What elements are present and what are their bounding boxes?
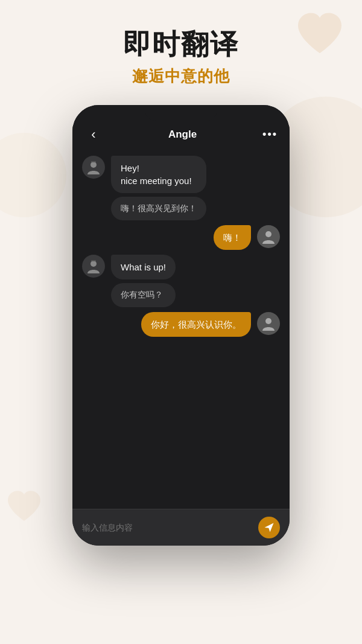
send-icon [264,522,275,533]
bubble-group-4: 你好，很高兴认识你。 [141,312,251,337]
bubble-group-3: What is up! 你有空吗？ [111,255,176,307]
back-button[interactable]: ‹ [84,127,103,142]
message-row-3: What is up! 你有空吗？ [82,255,280,307]
svg-rect-4 [91,260,96,261]
bubble-group-2: 嗨！ [214,225,251,250]
svg-point-0 [91,162,97,168]
chat-body: Hey!nice meeting you! 嗨！很高兴见到你！ 嗨！ [72,150,290,509]
svg-point-3 [91,261,97,267]
message-bubble-2: 嗨！ [214,225,251,250]
message-input[interactable] [82,523,252,532]
svg-point-5 [265,318,272,324]
send-button[interactable] [258,517,280,538]
message-row-2: 嗨！ [82,225,280,250]
more-options-button[interactable]: ••• [262,128,278,141]
page-title: 即时翻译 [0,29,362,60]
phone-notch [145,105,217,121]
svg-rect-1 [91,161,96,162]
header-section: 即时翻译 邂逅中意的他 [0,0,362,99]
message-bubble-4: 你好，很高兴认识你。 [141,312,251,337]
avatar-right-2 [257,225,280,248]
avatar-right-4 [257,312,280,335]
message-bubble-3: What is up! [111,255,176,279]
page-subtitle: 邂逅中意的他 [0,66,362,87]
phone-frame: ‹ Angle ••• Hey!nice meeting you! 嗨！很高兴见… [72,105,290,546]
message-row-1: Hey!nice meeting you! 嗨！很高兴见到你！ [82,156,280,221]
translation-bubble-1: 嗨！很高兴见到你！ [111,197,206,221]
phone-wrapper: ‹ Angle ••• Hey!nice meeting you! 嗨！很高兴见… [0,105,362,546]
bubble-group-1: Hey!nice meeting you! 嗨！很高兴见到你！ [111,156,206,221]
avatar-left-3 [82,255,105,278]
message-bubble-1: Hey!nice meeting you! [111,156,206,193]
chat-contact-name: Angle [168,129,197,141]
chat-input-bar [72,509,290,546]
svg-point-2 [265,231,272,237]
translation-bubble-3: 你有空吗？ [111,283,176,307]
avatar-left-1 [82,156,105,179]
message-row-4: 你好，很高兴认识你。 [82,312,280,337]
